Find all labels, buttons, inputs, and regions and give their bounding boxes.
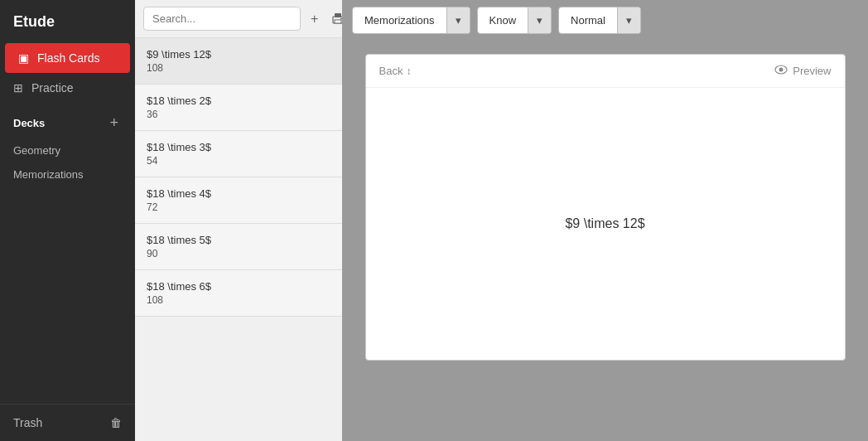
card-preview: Back ↕ Preview $9 \times 12$ [365, 54, 846, 361]
list-item[interactable]: $18 \times 5$ 90 [135, 224, 342, 270]
sidebar-item-trash[interactable]: Trash 🗑 [0, 404, 135, 441]
chevron-down-icon: ▾ [456, 14, 461, 27]
card-back: 72 [147, 201, 330, 213]
list-item[interactable]: $18 \times 4$ 72 [135, 177, 342, 224]
list-item[interactable]: $9 \times 12$ 108 [135, 38, 342, 85]
flash-cards-icon: ▣ [18, 51, 29, 65]
mode-arrow[interactable]: ▾ [617, 7, 640, 33]
chevron-down-icon-3: ▾ [626, 14, 632, 27]
card-preview-header: Back ↕ Preview [366, 55, 845, 88]
list-item[interactable]: $18 \times 3$ 54 [135, 131, 342, 177]
chevron-down-icon-2: ▾ [537, 14, 542, 27]
card-preview-body: $9 \times 12$ [366, 88, 845, 360]
card-back: 54 [147, 155, 330, 167]
svg-point-5 [779, 68, 784, 72]
add-card-button[interactable]: + [307, 10, 321, 28]
deck-filter-label: Memorizations [353, 7, 446, 33]
trash-label: Trash [13, 416, 42, 429]
card-front: $18 \times 3$ [147, 141, 330, 153]
toolbar: Memorizations ▾ Know ▾ Normal ▾ [342, 0, 868, 41]
sidebar-item-memorizations[interactable]: Memorizations [0, 162, 135, 187]
card-list-panel: + $9 \times 12$ 108 $18 \times 2$ 36 $18… [135, 0, 342, 441]
card-front: $18 \times 4$ [147, 187, 330, 200]
list-item[interactable]: $18 \times 6$ 108 [135, 270, 342, 317]
decks-label: Decks [13, 117, 45, 129]
svg-rect-2 [335, 13, 341, 17]
card-back: 90 [147, 248, 330, 259]
svg-rect-1 [335, 20, 341, 23]
card-preview-area: Back ↕ Preview $9 \times 12$ [342, 41, 868, 441]
back-label-text: Back [379, 65, 403, 77]
eye-icon [774, 63, 788, 79]
preview-button[interactable]: Preview [774, 63, 831, 79]
deck-filter-dropdown[interactable]: Memorizations ▾ [352, 7, 470, 34]
sort-icon: ↕ [406, 65, 411, 77]
know-filter-dropdown[interactable]: Know ▾ [477, 7, 552, 34]
back-label-container: Back ↕ [379, 65, 412, 77]
card-back: 108 [147, 294, 330, 306]
sidebar-flash-cards-label: Flash Cards [37, 51, 99, 65]
trash-icon: 🗑 [110, 416, 122, 429]
know-filter-label: Know [478, 7, 528, 33]
card-front: $18 \times 2$ [147, 94, 330, 107]
sidebar: Etude ▣ Flash Cards ⊞ Practice Decks + G… [0, 0, 135, 441]
sidebar-item-flash-cards[interactable]: ▣ Flash Cards [5, 43, 130, 73]
card-list-header: + [135, 0, 342, 38]
sidebar-practice-label: Practice [31, 81, 74, 94]
deck-filter-arrow[interactable]: ▾ [446, 7, 470, 33]
add-deck-button[interactable]: + [106, 113, 122, 133]
preview-label: Preview [793, 65, 831, 77]
card-front: $18 \times 5$ [147, 234, 330, 246]
card-front: $18 \times 6$ [147, 280, 330, 293]
list-item[interactable]: $18 \times 2$ 36 [135, 85, 342, 131]
mode-dropdown[interactable]: Normal ▾ [558, 7, 641, 34]
know-filter-arrow[interactable]: ▾ [528, 7, 551, 33]
card-back: 36 [147, 109, 330, 120]
mode-label: Normal [559, 7, 617, 33]
main-content: Memorizations ▾ Know ▾ Normal ▾ Back ↕ [342, 0, 868, 441]
app-title: Etude [0, 0, 135, 43]
card-items-list: $9 \times 12$ 108 $18 \times 2$ 36 $18 \… [135, 38, 342, 441]
practice-icon: ⊞ [13, 81, 23, 94]
card-back: 108 [147, 62, 330, 74]
card-content: $9 \times 12$ [565, 216, 644, 231]
sidebar-item-practice[interactable]: ⊞ Practice [0, 73, 135, 103]
search-input[interactable] [143, 7, 301, 31]
card-front: $9 \times 12$ [147, 48, 330, 61]
sidebar-item-geometry[interactable]: Geometry [0, 138, 135, 162]
print-button[interactable] [328, 11, 342, 27]
decks-header: Decks + [0, 103, 135, 138]
